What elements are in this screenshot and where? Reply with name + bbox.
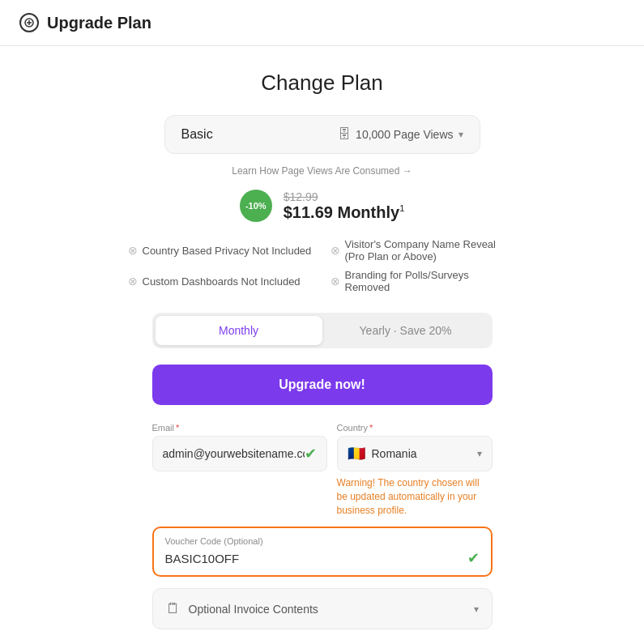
- voucher-check-icon: ✔: [467, 549, 480, 567]
- billing-period: Monthly1: [337, 203, 404, 221]
- feature-item-3: ⊗ Custom Dashboards Not Included: [128, 269, 314, 293]
- email-input-wrap[interactable]: ✔: [152, 436, 327, 471]
- feature-label-4: Branding for Polls/Surveys Removed: [345, 269, 517, 293]
- price-info: $12.99 $11.69 Monthly1: [284, 190, 405, 222]
- feature-label-1: Country Based Privacy Not Included: [143, 245, 312, 257]
- invoice-label: Optional Invoice Contents: [189, 603, 318, 616]
- email-required: *: [176, 423, 179, 433]
- feature-x-icon-3: ⊗: [128, 275, 138, 288]
- superscript: 1: [399, 203, 404, 213]
- invoice-chevron-icon: ▾: [474, 603, 479, 615]
- country-select[interactable]: 🇷🇴 Romania ▾: [337, 436, 493, 471]
- feature-x-icon-1: ⊗: [128, 244, 138, 257]
- feature-label-2: Visitor's Company Name Reveal (Pro Plan …: [345, 238, 517, 262]
- form-section: Email* ✔ Country* 🇷🇴 Romania ▾ Warning! …: [152, 423, 493, 629]
- feature-item-2: ⊗ Visitor's Company Name Reveal (Pro Pla…: [331, 238, 517, 262]
- invoice-icon: 🗒: [166, 600, 181, 617]
- country-required: *: [369, 423, 373, 433]
- email-input[interactable]: [163, 447, 305, 460]
- feature-x-icon-4: ⊗: [331, 275, 340, 288]
- page-title: Upgrade Plan: [47, 14, 151, 32]
- email-check-icon: ✔: [305, 445, 317, 463]
- email-country-row: Email* ✔ Country* 🇷🇴 Romania ▾ Warning! …: [152, 423, 493, 517]
- voucher-label: Voucher Code (Optional): [165, 536, 480, 546]
- voucher-field-wrap[interactable]: Voucher Code (Optional) ✔: [152, 527, 493, 577]
- feature-item-4: ⊗ Branding for Polls/Surveys Removed: [331, 269, 517, 293]
- email-label: Email*: [152, 423, 327, 433]
- plan-views-label: 10,000 Page Views: [356, 128, 453, 141]
- voucher-input[interactable]: [165, 552, 467, 565]
- voucher-input-row: ✔: [165, 549, 480, 567]
- chevron-down-icon: ▾: [458, 129, 463, 140]
- plan-views-area: 🗄 10,000 Page Views ▾: [338, 127, 463, 142]
- database-icon: 🗄: [338, 127, 351, 142]
- country-flag: 🇷🇴: [348, 445, 365, 463]
- invoice-left: 🗒 Optional Invoice Contents: [166, 600, 318, 617]
- upgrade-icon: [19, 13, 39, 32]
- pricing-area: -10% $12.99 $11.69 Monthly1: [240, 190, 405, 222]
- country-warning-text: Warning! The country chosen will be upda…: [337, 476, 493, 517]
- page-header: Upgrade Plan: [0, 0, 644, 46]
- original-price: $12.99: [284, 190, 405, 203]
- features-list: ⊗ Country Based Privacy Not Included ⊗ V…: [128, 238, 517, 293]
- yearly-toggle-btn[interactable]: Yearly · Save 20%: [322, 316, 489, 345]
- country-label: Country*: [337, 423, 493, 433]
- monthly-toggle-btn[interactable]: Monthly: [156, 316, 322, 345]
- current-price: $11.69 Monthly1: [284, 203, 405, 222]
- plan-selector[interactable]: Basic 🗄 10,000 Page Views ▾: [164, 115, 480, 154]
- discount-badge: -10%: [240, 190, 272, 222]
- email-field: Email* ✔: [152, 423, 327, 517]
- feature-item-1: ⊗ Country Based Privacy Not Included: [128, 238, 314, 262]
- billing-toggle: Monthly Yearly · Save 20%: [152, 313, 493, 348]
- plan-name-label: Basic: [181, 127, 213, 142]
- country-field: Country* 🇷🇴 Romania ▾ Warning! The count…: [337, 423, 493, 517]
- country-chevron-icon: ▾: [477, 448, 482, 459]
- main-content: Change Plan Basic 🗄 10,000 Page Views ▾ …: [0, 46, 644, 644]
- learn-link[interactable]: Learn How Page Views Are Consumed →: [232, 165, 412, 177]
- country-name-label: Romania: [372, 447, 471, 460]
- upgrade-now-button[interactable]: Upgrade now!: [152, 365, 493, 405]
- invoice-row[interactable]: 🗒 Optional Invoice Contents ▾: [152, 588, 493, 629]
- feature-label-3: Custom Dashboards Not Included: [143, 275, 301, 288]
- change-plan-title: Change Plan: [261, 70, 382, 96]
- feature-x-icon-2: ⊗: [331, 244, 340, 257]
